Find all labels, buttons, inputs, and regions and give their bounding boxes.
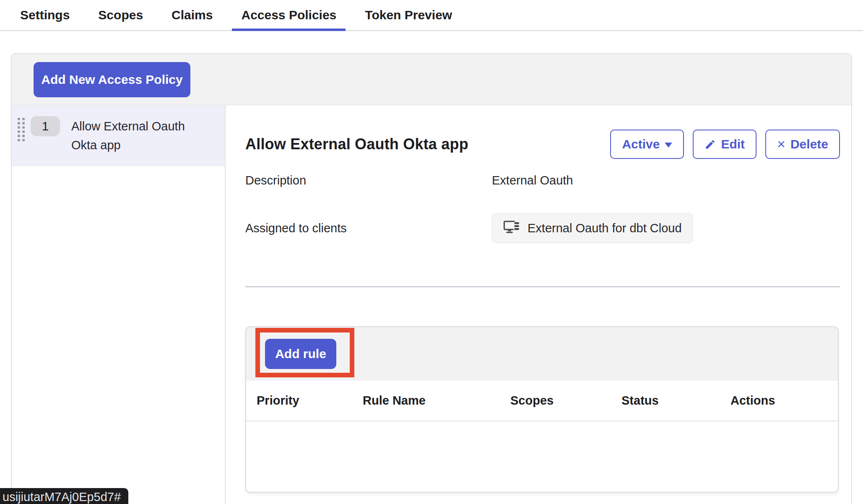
edit-label: Edit — [721, 137, 745, 151]
col-header-status: Status — [621, 394, 730, 408]
edit-button[interactable]: Edit — [693, 130, 756, 159]
tab-token-preview[interactable]: Token Preview — [356, 0, 461, 30]
status-dropdown-button[interactable]: Active — [610, 130, 684, 159]
delete-label: Delete — [790, 137, 828, 151]
auth-server-screen: Settings Scopes Claims Access Policies T… — [0, 0, 863, 504]
policy-title: Allow External Oauth Okta app — [245, 135, 468, 153]
assigned-to-clients-label: Assigned to clients — [245, 221, 492, 235]
panel-header: Add New Access Policy — [12, 54, 851, 105]
x-icon: × — [777, 137, 785, 151]
policy-name: Allow External Oauth Okta app — [71, 117, 201, 155]
chevron-down-icon — [665, 143, 672, 148]
description-row: Description External Oauth — [245, 174, 840, 187]
description-value: External Oauth — [492, 174, 573, 187]
rules-card: Add rule Priority Rule Name Scopes Statu… — [245, 326, 839, 493]
client-chip-label: External Oauth for dbt Cloud — [528, 221, 682, 235]
policy-list: 1 Allow External Oauth Okta app — [12, 105, 226, 504]
panel-body: 1 Allow External Oauth Okta app Allow Ex… — [12, 105, 851, 504]
client-chip[interactable]: External Oauth for dbt Cloud — [492, 213, 693, 243]
red-highlight-box: Add rule — [255, 328, 354, 377]
col-header-priority: Priority — [257, 394, 363, 408]
url-tooltip: usijiutarM7Aj0Ep5d7# — [0, 488, 128, 504]
drag-handle-icon[interactable] — [18, 118, 25, 141]
tab-scopes[interactable]: Scopes — [89, 0, 152, 30]
add-new-access-policy-button[interactable]: Add New Access Policy — [34, 62, 190, 97]
status-label: Active — [622, 137, 660, 151]
tab-settings[interactable]: Settings — [11, 0, 79, 30]
pencil-icon — [704, 139, 716, 150]
add-rule-button[interactable]: Add rule — [265, 339, 336, 369]
delete-button[interactable]: × Delete — [765, 130, 840, 159]
rules-table-body-empty — [246, 421, 838, 492]
col-header-scopes: Scopes — [510, 394, 621, 408]
tab-claims[interactable]: Claims — [162, 0, 222, 30]
tab-access-policies[interactable]: Access Policies — [232, 0, 346, 30]
assigned-clients: External Oauth for dbt Cloud — [492, 213, 693, 243]
monitor-app-icon — [503, 220, 522, 236]
priority-badge: 1 — [31, 116, 60, 136]
policy-detail: Allow External Oauth Okta app Active Edi… — [226, 105, 851, 504]
tab-bar: Settings Scopes Claims Access Policies T… — [0, 0, 863, 31]
detail-header: Allow External Oauth Okta app Active Edi… — [245, 130, 840, 159]
col-header-rule-name: Rule Name — [363, 394, 510, 408]
rules-header: Add rule — [246, 327, 838, 380]
detail-actions: Active Edit × Delete — [610, 130, 840, 159]
col-header-actions: Actions — [730, 394, 838, 408]
rules-table-header: Priority Rule Name Scopes Status Actions — [246, 380, 838, 421]
assigned-row: Assigned to clients External O — [245, 213, 840, 243]
policy-list-item[interactable]: 1 Allow External Oauth Okta app — [12, 105, 225, 166]
description-label: Description — [245, 174, 492, 187]
section-divider — [245, 286, 840, 287]
access-policies-panel: Add New Access Policy — [11, 53, 852, 504]
